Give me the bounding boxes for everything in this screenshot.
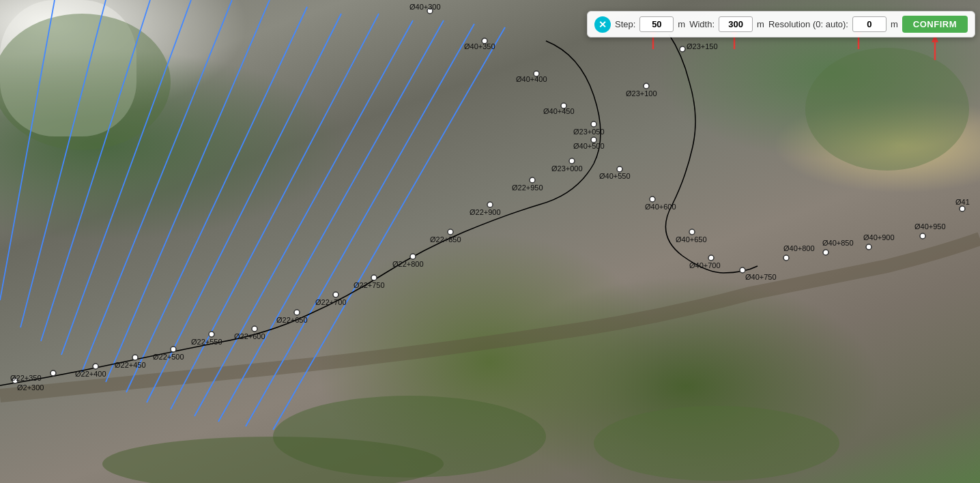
resolution-label: Resolution (0: auto): — [768, 19, 848, 29]
svg-line-17 — [246, 24, 474, 426]
resolution-unit: m — [891, 19, 898, 29]
svg-text:Ø40+300: Ø40+300 — [409, 3, 441, 11]
svg-point-47 — [569, 158, 575, 164]
svg-text:Ø2+300: Ø2+300 — [17, 383, 44, 392]
close-button[interactable]: ✕ — [594, 16, 611, 33]
svg-point-35 — [333, 292, 338, 297]
svg-point-29 — [209, 332, 214, 337]
svg-point-5 — [594, 406, 839, 481]
svg-text:Ø40+850: Ø40+850 — [822, 239, 854, 247]
width-input[interactable] — [719, 16, 753, 32]
svg-point-67 — [650, 196, 655, 202]
svg-point-2 — [805, 48, 969, 171]
svg-point-51 — [644, 83, 649, 89]
svg-text:Ø40+400: Ø40+400 — [516, 75, 547, 83]
svg-point-83 — [960, 206, 965, 211]
svg-text:Ø40+650: Ø40+650 — [676, 235, 707, 244]
svg-point-33 — [294, 310, 300, 315]
svg-point-45 — [530, 177, 535, 183]
toolbar: ✕ Step: m Width: m Resolution (0: auto):… — [587, 11, 975, 38]
svg-point-73 — [740, 267, 745, 273]
step-input[interactable] — [639, 16, 674, 32]
svg-text:Ø22+350: Ø22+350 — [10, 374, 42, 382]
svg-text:Ø22+400: Ø22+400 — [75, 370, 106, 378]
svg-text:Ø23+050: Ø23+050 — [573, 128, 605, 136]
svg-point-71 — [708, 255, 714, 261]
svg-point-31 — [252, 326, 257, 332]
svg-point-27 — [171, 347, 176, 352]
svg-point-21 — [51, 370, 56, 376]
confirm-button[interactable]: CONFIRM — [902, 16, 968, 33]
svg-point-81 — [920, 233, 925, 239]
svg-text:Ø22+850: Ø22+850 — [430, 235, 461, 244]
svg-point-77 — [823, 250, 828, 255]
svg-text:Ø40+450: Ø40+450 — [543, 107, 575, 115]
svg-point-49 — [591, 121, 596, 127]
svg-text:Ø40+900: Ø40+900 — [863, 233, 895, 241]
svg-text:Ø40+550: Ø40+550 — [599, 172, 631, 180]
step-label: Step: — [615, 19, 635, 29]
svg-point-53 — [680, 46, 685, 52]
svg-text:Ø40+700: Ø40+700 — [689, 261, 721, 269]
svg-point-37 — [371, 275, 377, 280]
svg-text:Ø22+800: Ø22+800 — [392, 260, 424, 268]
svg-line-14 — [171, 14, 379, 409]
svg-point-43 — [487, 202, 493, 207]
svg-text:Ø22+650: Ø22+650 — [276, 316, 308, 324]
svg-text:Ø40+950: Ø40+950 — [914, 222, 946, 231]
svg-point-1 — [0, 14, 171, 150]
svg-line-18 — [273, 27, 505, 430]
svg-line-13 — [147, 14, 341, 402]
svg-text:Ø22+700: Ø22+700 — [315, 298, 347, 306]
svg-text:Ø22+600: Ø22+600 — [234, 332, 265, 340]
svg-point-23 — [93, 364, 98, 369]
svg-text:Ø40+600: Ø40+600 — [645, 203, 676, 211]
svg-text:Ø22+950: Ø22+950 — [512, 184, 543, 192]
svg-text:Ø23+150: Ø23+150 — [687, 42, 718, 50]
svg-text:Ø23+100: Ø23+100 — [626, 89, 657, 98]
svg-point-39 — [410, 254, 416, 259]
svg-text:Ø22+450: Ø22+450 — [115, 361, 146, 369]
map-container: Ø2+300 Ø22+350 Ø22+400 Ø22+450 Ø22+500 Ø… — [0, 0, 980, 483]
width-unit: m — [757, 19, 764, 29]
svg-text:Ø22+500: Ø22+500 — [153, 353, 184, 361]
svg-text:Ø40+500: Ø40+500 — [573, 142, 605, 150]
step-unit: m — [678, 19, 685, 29]
svg-text:Ø22+550: Ø22+550 — [191, 338, 222, 346]
svg-text:Ø40+800: Ø40+800 — [783, 244, 815, 252]
svg-text:Ø40+350: Ø40+350 — [464, 42, 495, 50]
svg-point-65 — [617, 166, 622, 172]
svg-text:Ø40+750: Ø40+750 — [745, 273, 777, 281]
svg-point-25 — [132, 355, 138, 360]
svg-point-75 — [783, 255, 789, 261]
svg-text:Ø22+750: Ø22+750 — [354, 281, 385, 289]
svg-point-79 — [866, 244, 871, 250]
svg-text:Ø41: Ø41 — [955, 198, 970, 206]
svg-text:Ø22+900: Ø22+900 — [470, 208, 501, 216]
map-svg: Ø2+300 Ø22+350 Ø22+400 Ø22+450 Ø22+500 Ø… — [0, 0, 980, 483]
width-label: Width: — [689, 19, 715, 29]
svg-point-69 — [689, 229, 695, 235]
resolution-input[interactable] — [852, 16, 887, 32]
svg-text:Ø23+000: Ø23+000 — [551, 164, 583, 173]
svg-point-41 — [448, 229, 453, 235]
